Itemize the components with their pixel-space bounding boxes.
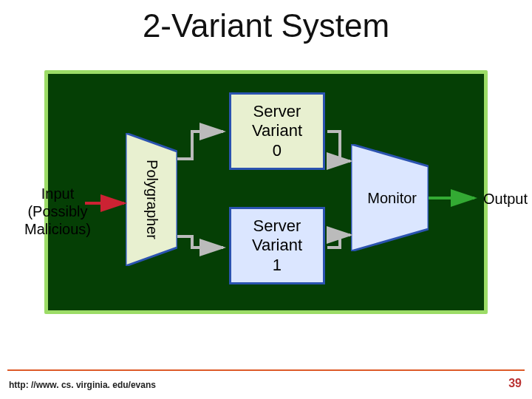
monitor-block: Monitor (351, 144, 429, 251)
server-variant-1-label: Server Variant 1 (252, 216, 302, 275)
polygrapher-label: Polygrapher (143, 160, 160, 239)
polygrapher-block: Polygrapher (126, 133, 177, 266)
slide: 2-Variant System Server Variant 0 Server… (0, 0, 532, 399)
output-label: Output (483, 191, 528, 208)
footer-url: http: //www. cs. virginia. edu/evans (9, 380, 156, 390)
page-number: 39 (508, 377, 522, 390)
server-variant-0-box: Server Variant 0 (229, 92, 325, 170)
footer-divider (7, 369, 525, 371)
server-variant-0-label: Server Variant 0 (252, 102, 302, 160)
monitor-label: Monitor (367, 189, 417, 206)
server-variant-1-box: Server Variant 1 (229, 207, 325, 284)
input-label: Input (Possibly Malicious) (6, 185, 109, 238)
slide-title: 2-Variant System (0, 7, 532, 44)
